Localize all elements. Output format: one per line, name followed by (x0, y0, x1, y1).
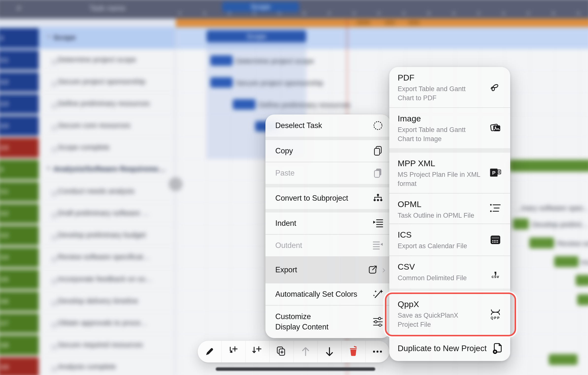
task-marker-icon (52, 213, 56, 218)
task-row-number[interactable]: 3.4 (0, 247, 39, 267)
panel-divider[interactable] (175, 19, 176, 375)
task-row-number[interactable]: 2 (0, 28, 39, 48)
task-row-number[interactable]: 2.1 (0, 50, 39, 70)
task-row-number[interactable]: 3.1 (0, 182, 39, 202)
outdent-icon (370, 240, 386, 251)
menu-separator (265, 184, 390, 187)
gantt-bar[interactable] (554, 256, 579, 267)
task-row-number[interactable]: 2.2 (0, 72, 39, 92)
task-marker-icon (52, 104, 56, 108)
task-name[interactable]: Analysis complete (58, 362, 116, 371)
task-row-number[interactable]: 2.5 (0, 138, 39, 158)
task-name[interactable]: Review software specificat… (58, 253, 150, 261)
task-row-number[interactable]: 3.6 (0, 291, 39, 311)
dotted-circle-icon (370, 120, 386, 131)
task-row-number[interactable]: 3.5 (0, 269, 39, 289)
add-task-below-button[interactable] (245, 341, 269, 362)
copy-icon (370, 145, 386, 157)
task-marker-icon (52, 147, 56, 152)
delete-task-button[interactable] (341, 341, 365, 362)
gantt-bar-label: Define preliminary resources (259, 101, 351, 109)
horizontal-scrollbar[interactable] (216, 367, 375, 371)
task-marker-icon (52, 323, 56, 328)
arrow-down-icon (324, 346, 335, 358)
gantt-bar-label: Secure project sponsorship (236, 79, 323, 87)
export-item-pdf[interactable]: PDF Export Table and Gantt Chart to PDF (389, 67, 510, 107)
divider-drag-handle[interactable] (169, 177, 183, 191)
add-subtask-button[interactable] (221, 341, 245, 362)
task-name[interactable]: Determine project scope (58, 56, 136, 64)
chevron-down-icon[interactable] (46, 36, 51, 38)
menu-item-paste[interactable]: Paste (265, 162, 390, 184)
menu-item-export[interactable]: Export › (265, 256, 390, 283)
csv-icon: , csv (488, 266, 503, 279)
gantt-bar[interactable] (577, 294, 588, 305)
task-row-number[interactable]: 2.4 (0, 116, 39, 136)
edit-button[interactable] (198, 341, 221, 362)
task-name[interactable]: Conduct needs analysis (58, 187, 135, 195)
sliders-icon (370, 316, 386, 327)
duplicate-task-button[interactable] (269, 341, 293, 362)
gantt-bar[interactable] (233, 99, 256, 110)
menu-item-indent[interactable]: Indent (265, 212, 390, 234)
task-row-number[interactable]: 3.7 (0, 313, 39, 333)
task-name[interactable]: Obtain approvals to proce… (58, 319, 148, 327)
task-name[interactable]: Develop preliminary budget (58, 231, 146, 239)
menu-item-convert-to-subproject[interactable]: Convert to Subproject (265, 187, 390, 209)
more-button[interactable] (365, 341, 389, 362)
pencil-icon (204, 346, 215, 358)
gantt-section-bar[interactable] (509, 160, 588, 172)
export-item-csv[interactable]: CSV Common Delimited File , csv (389, 256, 510, 289)
task-name[interactable]: Secure project sponsorship (58, 78, 146, 86)
task-row-number[interactable]: 3 (0, 160, 39, 180)
gantt-bar[interactable] (576, 275, 588, 286)
task-marker-icon (52, 367, 56, 372)
move-up-button[interactable] (294, 341, 317, 362)
task-marker-icon (52, 126, 56, 130)
task-row-number[interactable]: 3.3 (0, 226, 39, 245)
export-item-duplicate-to-new-project[interactable]: Duplicate to New Project (389, 336, 510, 361)
move-down-button[interactable] (317, 341, 341, 362)
export-item-mpp-xml[interactable]: MPP XML MS Project Plan File in XML form… (389, 153, 510, 193)
export-item-ics[interactable]: ICS Export as Calendar File (389, 224, 510, 256)
gantt-bar[interactable] (549, 354, 577, 365)
menu-item-outdent[interactable]: Outdent (265, 235, 390, 256)
task-action-toolbar (198, 341, 389, 362)
task-name[interactable]: Draft preliminary software … (58, 209, 149, 217)
gantt-bar-label: Review softw… (557, 240, 588, 248)
export-item-image[interactable]: Image Export Table and Gantt Chart to Im… (389, 108, 510, 148)
gantt-bar-label: Develop prelimi… (532, 221, 588, 229)
task-name[interactable]: Secure required resources (58, 341, 143, 349)
task-row-number[interactable]: 2.3 (0, 94, 39, 114)
menu-item-copy[interactable]: Copy (265, 140, 390, 162)
export-item-opml[interactable]: OPML Task Outline in OPML File (389, 194, 510, 224)
task-name[interactable]: Develop delivery timeline (58, 297, 138, 305)
gantt-bar[interactable] (210, 77, 233, 88)
gantt-bar[interactable] (529, 237, 554, 248)
pdf-icon (488, 81, 503, 94)
gantt-summary-bar[interactable]: Scope (207, 30, 306, 42)
chevron-down-icon[interactable] (46, 167, 51, 170)
task-name[interactable]: Incorporate feedback on so… (58, 275, 153, 283)
task-row-number[interactable]: 3.8 (0, 335, 39, 355)
task-name[interactable]: Scope (53, 33, 76, 42)
task-name[interactable]: Secure core resources (58, 121, 131, 130)
menu-item-deselect-task[interactable]: Deselect Task (265, 114, 390, 137)
summary-bar-mark (357, 20, 370, 25)
trash-icon (347, 346, 359, 358)
project-summary-bar[interactable] (176, 19, 588, 27)
indent-icon (370, 218, 386, 229)
task-marker-icon (52, 235, 56, 240)
gantt-bar[interactable] (210, 55, 233, 66)
gantt-bar[interactable] (513, 218, 529, 229)
timeline-group-pill[interactable]: Scope (222, 2, 299, 12)
task-name[interactable]: Scope complete (58, 143, 110, 151)
task-row-number[interactable]: 3.2 (0, 204, 39, 224)
menu-item-customize-display-content[interactable]: CustomizeDisplay Content (265, 306, 390, 338)
task-row-number[interactable]: 3.9 (0, 357, 39, 375)
task-marker-icon (52, 345, 56, 350)
task-name[interactable]: Analysis/Software Requireme… (53, 165, 166, 173)
task-name[interactable]: Define preliminary resources (58, 99, 150, 108)
menu-item-automatically-set-colors[interactable]: Automatically Set Colors (265, 283, 390, 305)
image-icon (488, 122, 503, 134)
